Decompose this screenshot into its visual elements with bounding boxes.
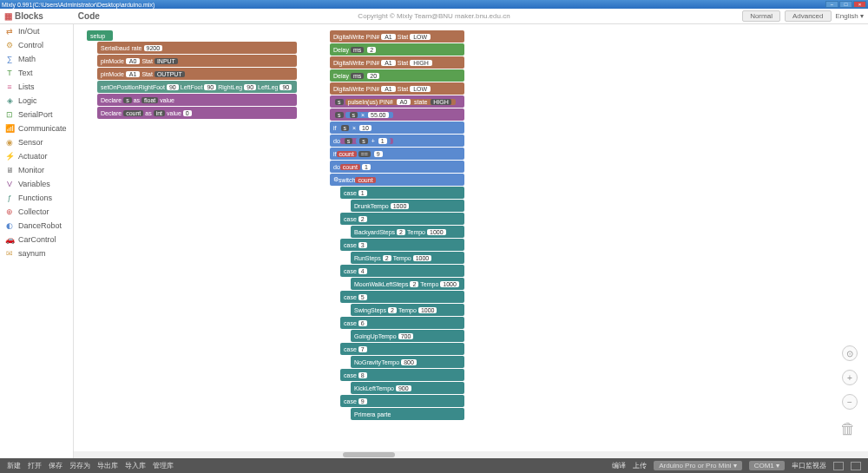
delay-block[interactable]: Delay ms 2 bbox=[330, 43, 464, 56]
kickleft-block[interactable]: KickLeft Tempo 900 bbox=[351, 382, 464, 394]
case-8[interactable]: case 8 bbox=[340, 369, 464, 381]
moonwalk-block[interactable]: MoonWalkLeft Steps 2 Tempo 1000 bbox=[351, 278, 464, 290]
case-4[interactable]: case 4 bbox=[340, 265, 464, 277]
category-icon: ⚙ bbox=[5, 41, 14, 49]
goingup-block[interactable]: GoingUp Tempo 700 bbox=[351, 330, 464, 342]
pinmode-block[interactable]: pinMode A0 Stat INPUT bbox=[97, 55, 297, 67]
open-button[interactable]: 打开 bbox=[28, 461, 42, 470]
workspace-controls: ⊙ + − bbox=[842, 345, 858, 410]
setposition-block[interactable]: setOnPosition RightFoot 90 LeftFoot 90 R… bbox=[97, 81, 297, 93]
sidebar-item-lists[interactable]: ≡Lists bbox=[0, 80, 73, 94]
if-block[interactable]: if s × 10 bbox=[330, 122, 464, 134]
code-tab[interactable]: Code bbox=[78, 11, 100, 21]
switch-block[interactable]: ⚙ switch count bbox=[330, 174, 464, 186]
category-label: CarControl bbox=[18, 235, 56, 244]
sidebar-item-variables[interactable]: VVariables bbox=[0, 177, 73, 191]
sidebar-item-functions[interactable]: ƒFunctions bbox=[0, 191, 73, 205]
sidebar-item-dancerobot[interactable]: ◐DanceRobot bbox=[0, 219, 73, 233]
upload-button[interactable]: 上传 bbox=[633, 461, 647, 470]
sidebar-item-logic[interactable]: ◈Logic bbox=[0, 94, 73, 108]
category-label: In/Out bbox=[18, 27, 40, 36]
minimize-button[interactable]: − bbox=[825, 1, 838, 8]
digitalwrite-block[interactable]: DigitalWrite PIN# A1 Stat LOW bbox=[330, 30, 464, 43]
sidebar-item-sensor[interactable]: ◉Sensor bbox=[0, 135, 73, 149]
sidebar-item-communicate[interactable]: 📶Communicate bbox=[0, 122, 73, 135]
trash-icon[interactable]: 🗑 bbox=[840, 420, 858, 441]
horizontal-scrollbar[interactable] bbox=[74, 451, 868, 458]
compile-button[interactable]: 编译 bbox=[612, 461, 626, 470]
serial-monitor-button[interactable]: 串口监视器 bbox=[792, 461, 826, 470]
case-6[interactable]: case 6 bbox=[340, 317, 464, 329]
category-label: Control bbox=[18, 41, 43, 49]
serial-block[interactable]: Serial baud rate 9200 bbox=[97, 42, 297, 54]
category-label: Text bbox=[18, 69, 33, 77]
setup-block[interactable]: setup bbox=[87, 30, 113, 41]
sidebar-item-collector[interactable]: ⊕Collector bbox=[0, 205, 73, 219]
sidebar-item-monitor[interactable]: 🖥Monitor bbox=[0, 163, 73, 177]
category-icon: ≡ bbox=[5, 82, 14, 91]
case-7[interactable]: case 7 bbox=[340, 343, 464, 355]
drunk-block[interactable]: Drunk Tempo 1000 bbox=[351, 200, 464, 212]
category-label: Monitor bbox=[18, 166, 44, 174]
save-button[interactable]: 保存 bbox=[49, 461, 62, 470]
do-block[interactable]: do s s + 1 bbox=[330, 135, 464, 147]
zoom-out-button[interactable]: − bbox=[842, 394, 858, 410]
backyard-block[interactable]: Backyard Steps 2 Tempo 1000 bbox=[351, 226, 464, 238]
sidebar-item-in/out[interactable]: ⇄In/Out bbox=[0, 24, 73, 38]
sidebar-item-serialport[interactable]: ⊡SerialPort bbox=[0, 108, 73, 122]
if-count-block[interactable]: if count == 9 bbox=[330, 148, 464, 160]
center-button[interactable]: ⊙ bbox=[842, 345, 858, 361]
close-button[interactable]: × bbox=[853, 1, 866, 8]
category-label: saynum bbox=[18, 249, 46, 258]
block-group-main[interactable]: DigitalWrite PIN# A1 Stat LOW Delay ms 2… bbox=[330, 30, 464, 421]
delay-block-2[interactable]: Delay ms 20 bbox=[330, 69, 464, 82]
category-icon: ◈ bbox=[5, 96, 14, 105]
do-count-block[interactable]: do count 1 bbox=[330, 161, 464, 173]
advanced-mode-button[interactable]: Advanced bbox=[785, 10, 832, 22]
import-button[interactable]: 导入库 bbox=[125, 461, 146, 470]
maximize-button[interactable]: □ bbox=[839, 1, 852, 8]
sidebar-item-actuator[interactable]: ⚡Actuator bbox=[0, 149, 73, 163]
digitalwrite-low-block[interactable]: DigitalWrite PIN# A1 Stat LOW bbox=[330, 82, 464, 95]
normal-mode-button[interactable]: Normal bbox=[742, 10, 780, 22]
digitalwrite-high-block[interactable]: DigitalWrite PIN# A1 Stat HIGH bbox=[330, 56, 464, 69]
export-button[interactable]: 导出库 bbox=[97, 461, 118, 470]
case-1[interactable]: case 1 bbox=[340, 187, 464, 199]
saveas-button[interactable]: 另存为 bbox=[69, 461, 90, 470]
pinmode-block-2[interactable]: pinMode A1 Stat OUTPUT bbox=[97, 68, 297, 80]
sidebar-item-carcontrol[interactable]: 🚗CarControl bbox=[0, 233, 73, 246]
port-select[interactable]: COM1 ▾ bbox=[749, 461, 785, 470]
nogravity-block[interactable]: NoGravity Tempo 800 bbox=[351, 356, 464, 368]
blockly-workspace[interactable]: setup Serial baud rate 9200 pinMode A0 S… bbox=[74, 24, 868, 458]
case-3[interactable]: case 3 bbox=[340, 239, 464, 251]
category-label: Variables bbox=[18, 180, 50, 188]
footer-icon-2[interactable] bbox=[851, 462, 861, 470]
zoom-in-button[interactable]: + bbox=[842, 370, 858, 385]
math-block-1[interactable]: s s × 55.00 bbox=[330, 108, 464, 121]
board-select[interactable]: Arduino Pro or Pro Mini ▾ bbox=[654, 461, 741, 470]
footer-icon-1[interactable] bbox=[833, 462, 844, 470]
case-2[interactable]: case 2 bbox=[340, 213, 464, 225]
category-label: Functions bbox=[18, 194, 52, 202]
block-group-setup[interactable]: setup Serial baud rate 9200 pinMode A0 S… bbox=[87, 30, 297, 120]
assign-s-block[interactable]: s pulseIn(us) PIN# A0 state HIGH bbox=[330, 95, 464, 108]
blocks-tab[interactable]: ▦Blocks bbox=[4, 11, 43, 21]
category-label: DanceRobot bbox=[18, 221, 62, 230]
case-5[interactable]: case 5 bbox=[340, 291, 464, 303]
declare-count-block[interactable]: Declare count as int value 0 bbox=[97, 107, 297, 119]
category-label: Math bbox=[18, 55, 36, 63]
sidebar-item-text[interactable]: TText bbox=[0, 66, 73, 80]
category-sidebar: ⇄In/Out⚙Control∑MathTText≡Lists◈Logic⊡Se… bbox=[0, 24, 74, 458]
sidebar-item-saynum[interactable]: ✉saynum bbox=[0, 246, 73, 260]
swing-block[interactable]: Swing Steps 2 Tempo 1000 bbox=[351, 304, 464, 316]
case-9[interactable]: case 9 bbox=[340, 395, 464, 407]
declare-s-block[interactable]: Declare s as float value bbox=[97, 94, 297, 106]
sidebar-item-math[interactable]: ∑Math bbox=[0, 52, 73, 66]
new-button[interactable]: 新建 bbox=[7, 461, 21, 470]
manage-button[interactable]: 管理库 bbox=[153, 461, 174, 470]
category-icon: 📶 bbox=[5, 124, 14, 133]
run-block[interactable]: Run Steps 2 Tempo 1000 bbox=[351, 252, 464, 264]
language-select[interactable]: English ▾ bbox=[836, 12, 864, 20]
sidebar-item-control[interactable]: ⚙Control bbox=[0, 38, 73, 52]
primera-block[interactable]: Primera parte bbox=[351, 408, 464, 420]
